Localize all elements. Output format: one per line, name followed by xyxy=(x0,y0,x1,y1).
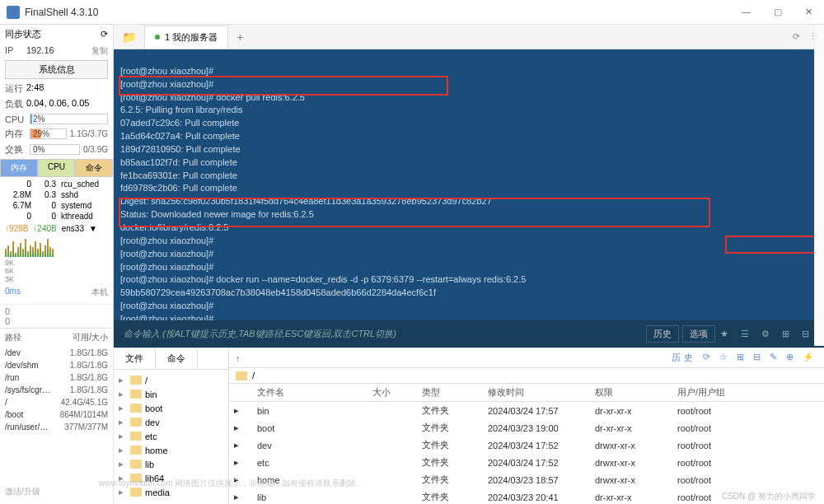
status-dot xyxy=(155,35,160,40)
minimize-button[interactable]: — xyxy=(737,5,756,19)
load-label: 负载 xyxy=(5,98,26,110)
sidebar: 同步状态⟳ IP192.16复制 系统信息 运行2:48 负载0.04, 0.0… xyxy=(0,25,114,504)
latency-host: 本机 xyxy=(91,287,108,298)
proc-tab-mem[interactable]: 内存 xyxy=(0,159,38,177)
sync-icon[interactable]: ⟳ xyxy=(101,29,108,40)
tree-root[interactable]: ▸/ xyxy=(119,373,223,387)
highlight-box xyxy=(725,236,817,254)
disk-row: /dev1.8G/1.8G xyxy=(0,347,113,359)
maximize-button[interactable]: ▢ xyxy=(769,5,787,19)
cmd-hint[interactable]: 命令输入 (按ALT键提示历史,TAB键路径,ESC键返回,双击CTRL切换) xyxy=(124,328,643,340)
sysinfo-button[interactable]: 系统信息 xyxy=(5,60,108,79)
fp-tab-cmd[interactable]: 命令 xyxy=(156,348,198,369)
command-bar: 命令输入 (按ALT键提示历史,TAB键路径,ESC键返回,双击CTRL切换) … xyxy=(114,320,824,348)
disk-row: /dev/shm1.8G/1.8G xyxy=(0,359,113,371)
folder-icon[interactable]: 📁 xyxy=(114,30,144,44)
tree-node[interactable]: ▸dev xyxy=(119,415,223,429)
right-bar xyxy=(814,25,824,346)
watermark-activate[interactable]: 激活/升级 xyxy=(5,486,40,497)
cpu-bar: 2% xyxy=(30,114,108,124)
history-button[interactable]: 历史 xyxy=(646,325,679,343)
mem-label: 内存 xyxy=(5,128,26,140)
footer-credit: CSDN @ 努力的小周同学 xyxy=(722,491,816,502)
tree-node[interactable]: ▸home xyxy=(119,443,223,457)
mem-bar: 29% xyxy=(30,128,67,139)
load-value: 0.04, 0.06, 0.05 xyxy=(26,98,89,110)
ip-value: 192.16 xyxy=(26,45,54,57)
path-text[interactable]: / xyxy=(252,371,255,380)
up-icon[interactable]: ↑ xyxy=(236,353,241,363)
swap-label: 交换 xyxy=(5,143,26,156)
proc-tab-cmd[interactable]: 命令 xyxy=(75,159,113,177)
tree-node[interactable]: ▸bin xyxy=(119,387,223,401)
swap-bar: 0% xyxy=(30,144,80,155)
file-row[interactable]: ▸boot文件夹2024/03/23 19:00dr-xr-xr-xroot/r… xyxy=(229,419,824,436)
fp-toolbar-icons[interactable]: ⟳ ☆ ⊞ ⊟ ✎ ⊕ ⚡ xyxy=(703,352,817,364)
proc-tab-cpu[interactable]: CPU xyxy=(38,159,76,177)
sync-status-label: 同步状态 xyxy=(5,28,41,40)
refresh-icon[interactable]: ⟳ xyxy=(793,31,800,42)
file-header: 文件名大小类型修改时间权限用户/用户组 xyxy=(229,384,824,402)
net-dropdown[interactable]: ▼ xyxy=(89,224,97,233)
file-row[interactable]: ▸dev文件夹2024/03/24 17:52drwxr-xr-xroot/ro… xyxy=(229,436,824,454)
runtime-label: 运行 xyxy=(5,82,26,95)
tree-node[interactable]: ▸boot xyxy=(119,401,223,415)
window-controls: — ▢ ✕ xyxy=(737,5,817,19)
highlight-box xyxy=(119,198,710,227)
fp-tab-files[interactable]: 文件 xyxy=(114,348,156,369)
folder-icon xyxy=(236,371,247,380)
disk-row: /run1.8G/1.8G xyxy=(0,371,113,384)
titlebar: FinalShell 4.3.10 — ▢ ✕ xyxy=(0,0,824,25)
highlight-box xyxy=(119,76,448,96)
tab-server[interactable]: 1 我的服务器 xyxy=(144,26,228,49)
tree-node[interactable]: ▸lib xyxy=(119,457,223,471)
options-button[interactable]: 选项 xyxy=(682,325,715,343)
cmdbar-icons[interactable]: ★ ☰ ⚙ ⊞ ⊟ xyxy=(720,329,814,339)
tree-node[interactable]: ▸etc xyxy=(119,429,223,443)
disk-row: /42.4G/45.1G xyxy=(0,396,113,408)
disk-row: /sys/fs/cgr…1.8G/1.8G xyxy=(0,384,113,396)
ip-label: IP xyxy=(5,45,26,57)
watermark-site: www.toymoban.com 网络图片仅供展示，非存储，如有侵权请联系删除。 xyxy=(99,478,364,489)
tabbar: 📁 1 我的服务器 + ⟳⋮ xyxy=(114,25,824,49)
file-row[interactable]: ▸etc文件夹2024/03/24 17:52drwxr-xr-xroot/ro… xyxy=(229,454,824,471)
runtime-value: 2:48 xyxy=(26,82,44,95)
proc-tabs: 内存 CPU 命令 xyxy=(0,159,113,177)
net-sparkline xyxy=(5,237,108,257)
terminal[interactable]: [root@zhou xiaozhou]# [root@zhou xiaozho… xyxy=(114,49,824,320)
fp-history[interactable]: 历史 xyxy=(672,352,696,364)
copy-button[interactable]: 复制 xyxy=(91,45,108,57)
close-button[interactable]: ✕ xyxy=(800,5,817,19)
disk-row: /boot864M/1014M xyxy=(0,408,113,421)
latency-value: 0ms xyxy=(5,287,21,298)
file-row[interactable]: ▸bin文件夹2024/03/24 17:57dr-xr-xr-xroot/ro… xyxy=(229,402,824,419)
new-tab-button[interactable]: + xyxy=(228,30,251,44)
net-stats: ↑928B↓240Bens33▼ xyxy=(0,222,113,236)
proc-list: 00.3rcu_sched 2.8M0.3sshd 6.7M0systemd 0… xyxy=(0,179,113,222)
app-icon xyxy=(7,6,20,19)
cpu-label: CPU xyxy=(5,114,26,124)
app-title: FinalShell 4.3.10 xyxy=(25,7,737,18)
disk-row: /run/user/…377M/377M xyxy=(0,421,113,433)
